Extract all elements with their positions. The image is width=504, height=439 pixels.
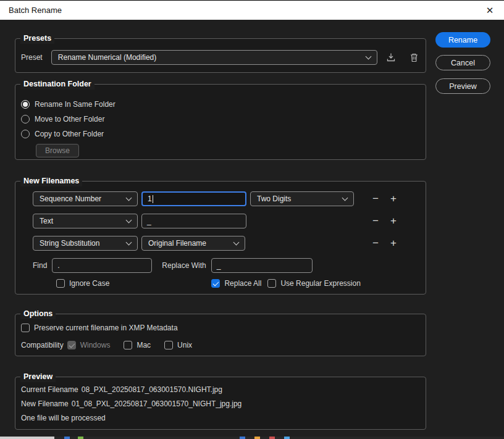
windows-checkbox[interactable]: Windows [67, 341, 111, 349]
component-type-dropdown[interactable]: String Substitution [33, 236, 138, 251]
add-component-button[interactable]: + [387, 214, 400, 228]
files-processed-summary: One file will be processed [21, 414, 420, 423]
find-replace-row: Find . Replace With _ [33, 258, 420, 272]
cancel-button[interactable]: Cancel [435, 55, 490, 70]
checkbox-box [267, 279, 276, 288]
filename-component-row-3: String Substitution Original Filename − … [33, 236, 420, 251]
new-filename-label: New Filename [21, 399, 69, 408]
input-value: . [57, 261, 59, 270]
sequence-start-input[interactable]: 1 [141, 191, 246, 206]
taskbar-sliver [0, 437, 504, 439]
current-filename-value: 08_PXL_20250817_063001570.NIGHT.jpg [82, 385, 222, 394]
component-type-value: String Substitution [40, 239, 122, 248]
checkbox-label: Replace All [224, 279, 261, 288]
radio-label: Copy to Other Folder [35, 130, 104, 138]
browse-button[interactable]: Browse [36, 144, 79, 157]
close-button[interactable]: ✕ [479, 1, 500, 20]
component-type-value: Sequence Number [40, 194, 122, 203]
add-component-button[interactable]: + [387, 192, 400, 206]
text-value-input[interactable]: _ [141, 214, 246, 228]
preset-row: Preset Rename Numerical (Modified) [21, 50, 420, 65]
new-filenames-section: New Filenames Sequence Number 1 Two Digi… [15, 181, 426, 295]
filename-component-row-1: Sequence Number 1 Two Digits − + [33, 191, 420, 206]
checkbox-box [67, 341, 76, 349]
options-section-title: Options [20, 309, 56, 319]
preview-button[interactable]: Preview [435, 78, 490, 94]
checkbox-label: Preserve current filename in XMP Metadat… [34, 324, 178, 332]
remove-component-button[interactable]: − [369, 214, 382, 228]
new-filename-value: 01_08_PXL_20250817_063001570_NIGHT_jpg.j… [72, 399, 242, 408]
chevron-down-icon [233, 239, 240, 245]
destination-section-title: Destination Folder [20, 79, 94, 90]
titlebar: Batch Rename ✕ [0, 0, 504, 20]
chevron-down-icon [366, 53, 372, 59]
chevron-down-icon [126, 217, 132, 223]
chevron-down-icon [126, 239, 132, 245]
destination-radio-group: Rename In Same Folder Move to Other Fold… [21, 97, 420, 141]
digits-format-dropdown[interactable]: Two Digits [250, 191, 354, 206]
checkbox-label: Ignore Case [69, 279, 109, 288]
chevron-down-icon [342, 194, 348, 201]
checkbox-label: Mac [136, 341, 151, 349]
radio-rename-in-same-folder[interactable]: Rename In Same Folder [21, 97, 420, 112]
new-filename-line: New Filename01_08_PXL_20250817_063001570… [21, 399, 420, 409]
radio-copy-to-other-folder[interactable]: Copy to Other Folder [21, 127, 420, 141]
preset-dropdown-value: Rename Numerical (Modified) [58, 53, 361, 62]
preview-section: Preview Current Filename08_PXL_20250817_… [15, 377, 426, 430]
component-type-dropdown[interactable]: Sequence Number [33, 191, 138, 206]
substitution-source-value: Original Filename [148, 239, 229, 248]
checkbox-box [164, 341, 173, 349]
delete-preset-button[interactable] [408, 51, 420, 64]
add-component-button[interactable]: + [387, 236, 400, 250]
window-title: Batch Rename [9, 6, 62, 15]
chevron-down-icon [126, 194, 132, 201]
preset-label: Preset [21, 53, 46, 62]
radio-icon [21, 100, 30, 109]
replace-with-input[interactable]: _ [211, 258, 313, 273]
destination-folder-section: Destination Folder Rename In Same Folder… [15, 84, 426, 160]
ignore-case-checkbox[interactable]: Ignore Case [56, 279, 109, 288]
input-value: 1 [148, 194, 152, 203]
checkbox-box [124, 341, 132, 349]
rename-button[interactable]: Rename [435, 32, 490, 48]
presets-section-title: Presets [20, 33, 54, 44]
replace-with-label: Replace With [162, 261, 206, 270]
batch-rename-dialog: Batch Rename ✕ Rename Cancel Preview Pre… [0, 0, 504, 439]
substitution-source-dropdown[interactable]: Original Filename [141, 236, 245, 251]
checkbox-label: Unix [177, 341, 192, 349]
checkbox-label: Use Regular Expression [280, 279, 360, 288]
radio-move-to-other-folder[interactable]: Move to Other Folder [21, 112, 420, 127]
input-value: _ [217, 261, 221, 270]
checkbox-box [21, 324, 30, 332]
remove-component-button[interactable]: − [369, 192, 382, 206]
use-regular-expression-checkbox[interactable]: Use Regular Expression [267, 279, 360, 288]
preserve-xmp-row: Preserve current filename in XMP Metadat… [21, 323, 420, 333]
preserve-xmp-checkbox[interactable]: Preserve current filename in XMP Metadat… [21, 324, 178, 332]
checkbox-label: Windows [80, 341, 111, 349]
input-value: _ [147, 217, 151, 225]
mac-checkbox[interactable]: Mac [124, 341, 151, 349]
radio-icon [21, 130, 30, 138]
save-preset-button[interactable] [385, 51, 397, 64]
current-filename-line: Current Filename08_PXL_20250817_06300157… [21, 385, 420, 395]
unix-checkbox[interactable]: Unix [164, 341, 192, 349]
compatibility-label: Compatibility [21, 341, 64, 349]
checkbox-box [56, 279, 65, 288]
preset-dropdown[interactable]: Rename Numerical (Modified) [51, 50, 377, 65]
component-type-dropdown[interactable]: Text [33, 214, 138, 228]
replace-all-checkbox[interactable]: Replace All [211, 279, 261, 288]
checkbox-box [211, 279, 220, 288]
presets-section: Presets Preset Rename Numerical (Modifie… [15, 38, 426, 73]
options-section: Options Preserve current filename in XMP… [15, 314, 426, 356]
find-label: Find [33, 261, 47, 270]
current-filename-label: Current Filename [21, 385, 78, 394]
component-type-value: Text [40, 217, 122, 225]
preview-section-title: Preview [20, 372, 56, 382]
substitution-options-row: Ignore Case Replace All Use Regular Expr… [56, 278, 420, 288]
remove-component-button[interactable]: − [369, 236, 382, 250]
radio-label: Move to Other Folder [35, 115, 104, 123]
row-buttons: − + [369, 214, 400, 228]
find-input[interactable]: . [52, 258, 152, 273]
digits-format-value: Two Digits [257, 194, 338, 203]
row-buttons: − + [369, 236, 400, 250]
